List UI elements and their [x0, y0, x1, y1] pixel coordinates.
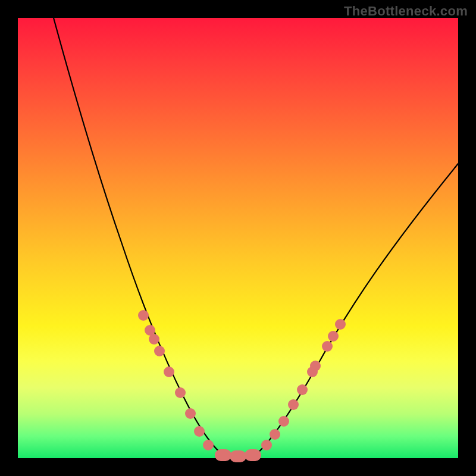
data-marker [138, 310, 149, 321]
curve-left-branch [54, 18, 226, 457]
data-marker [230, 450, 246, 462]
data-marker [149, 334, 159, 345]
data-marker [322, 341, 333, 352]
data-marker [310, 361, 321, 371]
plot-area [18, 18, 458, 458]
data-marker [335, 319, 346, 330]
data-marker [297, 384, 308, 395]
data-marker [215, 449, 231, 461]
data-marker [261, 440, 272, 450]
data-marker [175, 387, 186, 398]
data-marker [185, 408, 196, 419]
data-marker [154, 346, 165, 356]
chart-frame: TheBottleneck.com [0, 0, 476, 476]
data-marker [203, 440, 214, 450]
data-marker [270, 429, 280, 440]
data-marker [288, 399, 299, 410]
curve-right-branch [253, 164, 458, 457]
data-marker [278, 416, 289, 427]
watermark-text: TheBottleneck.com [344, 4, 468, 19]
data-marker [164, 367, 174, 377]
bottleneck-curve [18, 18, 458, 458]
data-marker [194, 426, 205, 437]
data-marker [328, 331, 339, 342]
data-marker [245, 449, 261, 461]
